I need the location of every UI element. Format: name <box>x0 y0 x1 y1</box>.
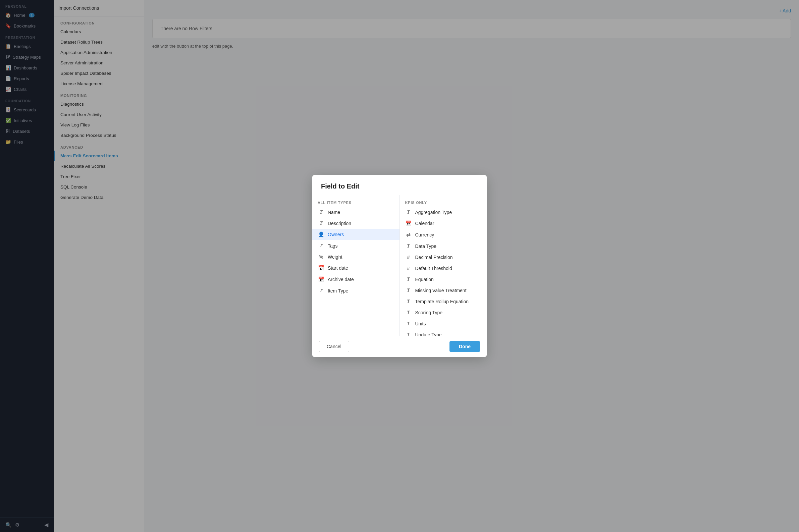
modal-item-label: Name <box>328 210 340 215</box>
modal-item-label: Update Type <box>415 332 442 336</box>
modal-item-template-rollup-equation[interactable]: T Template Rollup Equation <box>400 296 487 307</box>
text-icon: T <box>405 287 412 293</box>
modal-item-aggregation-type[interactable]: T Aggregation Type <box>400 207 487 218</box>
modal-item-label: Calendar <box>415 221 434 226</box>
kpis-only-header: KPIS ONLY <box>400 198 487 207</box>
modal-footer: Cancel Done <box>312 336 487 357</box>
cancel-button[interactable]: Cancel <box>319 341 349 352</box>
calendar-icon: 📅 <box>405 221 412 226</box>
modal-item-archive-date[interactable]: 📅 Archive date <box>312 274 400 285</box>
modal-item-tags[interactable]: T Tags <box>312 240 400 251</box>
modal-item-label: Start date <box>328 265 348 271</box>
text-icon: T <box>405 332 412 336</box>
modal-item-label: Default Threshold <box>415 266 452 271</box>
modal-item-weight[interactable]: % Weight <box>312 251 400 262</box>
modal-item-update-type[interactable]: T Update Type <box>400 329 487 336</box>
text-icon: T <box>405 277 412 282</box>
modal-item-label: Owners <box>328 232 344 237</box>
modal-body: ALL ITEM TYPES T Name T Description 👤 Ow… <box>312 195 487 336</box>
modal-item-default-threshold[interactable]: # Default Threshold <box>400 263 487 274</box>
modal-item-label: Aggregation Type <box>415 210 452 215</box>
modal-item-scoring-type[interactable]: T Scoring Type <box>400 307 487 318</box>
modal-item-label: Scoring Type <box>415 310 442 315</box>
text-icon: T <box>405 299 412 304</box>
modal-item-label: Missing Value Treatment <box>415 288 467 293</box>
percent-icon: % <box>318 254 324 260</box>
text-icon: T <box>318 288 324 293</box>
hash-icon: # <box>405 254 412 260</box>
modal-item-label: Template Rollup Equation <box>415 299 469 304</box>
modal-item-start-date[interactable]: 📅 Start date <box>312 262 400 274</box>
modal-item-calendar[interactable]: 📅 Calendar <box>400 218 487 229</box>
modal-item-decimal-precision[interactable]: # Decimal Precision <box>400 251 487 263</box>
field-to-edit-modal: Field to Edit ALL ITEM TYPES T Name T De… <box>312 175 487 357</box>
modal-item-label: Weight <box>328 254 342 260</box>
modal-item-missing-value-treatment[interactable]: T Missing Value Treatment <box>400 285 487 296</box>
done-button[interactable]: Done <box>450 341 480 352</box>
modal-header: Field to Edit <box>312 175 487 195</box>
modal-item-name[interactable]: T Name <box>312 207 400 218</box>
modal-item-label: Currency <box>415 232 434 238</box>
text-icon: T <box>318 243 324 249</box>
modal-item-label: Data Type <box>415 244 437 249</box>
text-icon: T <box>318 221 324 226</box>
person-icon: 👤 <box>318 231 324 238</box>
modal-title: Field to Edit <box>321 183 359 190</box>
modal-item-data-type[interactable]: T Data Type <box>400 241 487 251</box>
text-icon: T <box>405 243 412 249</box>
text-icon: T <box>318 209 324 215</box>
modal-item-owners[interactable]: 👤 Owners <box>312 229 400 240</box>
modal-overlay: Field to Edit ALL ITEM TYPES T Name T De… <box>0 0 799 532</box>
text-icon: T <box>405 310 412 315</box>
all-item-types-header: ALL ITEM TYPES <box>312 198 400 207</box>
hash-icon: # <box>405 265 412 271</box>
modal-item-label: Decimal Precision <box>415 254 453 260</box>
modal-item-item-type[interactable]: T Item Type <box>312 285 400 296</box>
text-icon: T <box>405 209 412 215</box>
text-icon: T <box>405 321 412 326</box>
modal-item-label: Tags <box>328 243 338 249</box>
modal-item-label: Units <box>415 321 426 326</box>
modal-item-description[interactable]: T Description <box>312 218 400 229</box>
modal-item-currency[interactable]: ⇄ Currency <box>400 229 487 241</box>
modal-col-all-types: ALL ITEM TYPES T Name T Description 👤 Ow… <box>312 195 400 336</box>
calendar-icon: 📅 <box>318 277 324 282</box>
modal-item-label: Archive date <box>328 277 354 282</box>
modal-item-label: Description <box>328 221 351 226</box>
modal-col-kpis-only: KPIS ONLY T Aggregation Type 📅 Calendar … <box>400 195 487 336</box>
currency-icon: ⇄ <box>405 232 412 238</box>
modal-item-label: Equation <box>415 277 434 282</box>
modal-item-units[interactable]: T Units <box>400 318 487 329</box>
calendar-icon: 📅 <box>318 265 324 271</box>
modal-item-label: Item Type <box>328 288 348 293</box>
modal-item-equation[interactable]: T Equation <box>400 274 487 285</box>
